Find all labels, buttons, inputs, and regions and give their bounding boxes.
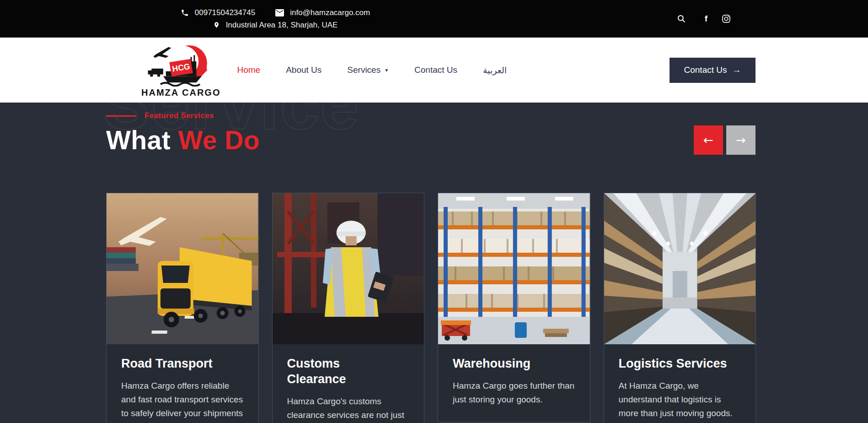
service-card-road-transport: Road Transport Hamza Cargo offers reliab… <box>106 193 259 423</box>
logo-name: HAMZA CARGO <box>141 87 220 98</box>
topbar-contact-block: 00971504234745 info@hamzacargo.com Indus… <box>106 8 445 30</box>
road-transport-image <box>107 193 258 344</box>
phone-number: 00971504234745 <box>195 8 255 17</box>
logo[interactable]: HCG HAMZA CARGO <box>141 43 220 98</box>
envelope-icon <box>275 9 284 16</box>
email-item[interactable]: info@hamzacargo.com <box>275 8 370 17</box>
header: HCG HAMZA CARGO Home About Us Services ▼… <box>0 38 868 103</box>
logistics-services-image <box>604 193 756 344</box>
contact-us-button-label: Contact Us <box>684 65 727 75</box>
service-cards: Road Transport Hamza Cargo offers reliab… <box>106 193 756 423</box>
card-description: At Hamza Cargo, we understand that logis… <box>619 379 741 420</box>
carousel-prev-button[interactable]: ← <box>694 125 723 155</box>
location-pin-icon <box>213 21 220 29</box>
section-title-white: What <box>106 125 171 155</box>
nav-item-about[interactable]: About Us <box>286 65 321 75</box>
services-section: Service Featured Services What We Do ← → <box>0 103 868 423</box>
topbar: 00971504234745 info@hamzacargo.com Indus… <box>0 0 868 38</box>
card-title: Customs Clearance <box>287 356 365 387</box>
topbar-row-2: Industrial Area 18, Sharjah, UAE <box>213 21 338 30</box>
main-nav: Home About Us Services ▼ Contact Us العر… <box>237 65 507 76</box>
nav-item-home[interactable]: Home <box>237 65 260 75</box>
carousel-arrows: ← → <box>694 125 755 155</box>
nav-item-services-label: Services <box>347 65 380 75</box>
topbar-icons: f <box>676 13 732 24</box>
facebook-icon[interactable]: f <box>701 13 712 24</box>
phone-item[interactable]: 00971504234745 <box>181 8 255 17</box>
service-card-warehousing: Warehousing Hamza Cargo goes further tha… <box>438 193 590 423</box>
service-card-logistics: Logistics Services At Hamza Cargo, we un… <box>604 193 756 423</box>
service-card-customs-clearance: Customs Clearance Hamza Cargo's customs … <box>272 193 425 423</box>
card-body: Logistics Services At Hamza Cargo, we un… <box>604 344 756 423</box>
tagline-row: Featured Services <box>0 103 868 120</box>
card-description: Hamza Cargo's customs clearance services… <box>287 395 410 422</box>
nav-item-arabic[interactable]: العربية <box>483 65 507 76</box>
page: 00971504234745 info@hamzacargo.com Indus… <box>0 0 868 423</box>
search-icon[interactable] <box>676 13 687 24</box>
card-title: Road Transport <box>121 356 244 372</box>
card-body: Warehousing Hamza Cargo goes further tha… <box>438 344 590 422</box>
section-title-red: We Do <box>171 125 260 155</box>
left-arrow-icon: ← <box>703 133 713 147</box>
tagline-label: Featured Services <box>145 111 214 120</box>
chevron-down-icon: ▼ <box>384 68 389 73</box>
instagram-icon[interactable] <box>721 13 732 24</box>
card-body: Road Transport Hamza Cargo offers reliab… <box>107 344 258 423</box>
customs-clearance-image <box>273 193 424 344</box>
card-body: Customs Clearance Hamza Cargo's customs … <box>273 344 424 423</box>
address-item: Industrial Area 18, Sharjah, UAE <box>213 21 338 30</box>
tagline-line <box>106 115 136 117</box>
nav-item-contact[interactable]: Contact Us <box>414 65 457 75</box>
warehousing-image <box>438 193 590 344</box>
address-text: Industrial Area 18, Sharjah, UAE <box>226 21 338 30</box>
topbar-row-1: 00971504234745 info@hamzacargo.com <box>181 8 370 17</box>
card-title: Warehousing <box>453 356 575 372</box>
card-description: Hamza Cargo offers reliable and fast roa… <box>121 379 244 420</box>
email-address: info@hamzacargo.com <box>290 8 370 17</box>
card-description: Hamza Cargo goes further than just stori… <box>453 379 575 407</box>
phone-icon <box>181 9 189 17</box>
right-arrow-icon: → <box>736 133 746 147</box>
nav-item-services[interactable]: Services ▼ <box>347 65 389 75</box>
card-title: Logistics Services <box>619 356 741 372</box>
logo-graphic: HCG <box>145 43 217 87</box>
contact-us-button[interactable]: Contact Us → <box>670 58 755 83</box>
right-arrow-icon: → <box>732 65 741 75</box>
carousel-next-button[interactable]: → <box>726 125 755 155</box>
